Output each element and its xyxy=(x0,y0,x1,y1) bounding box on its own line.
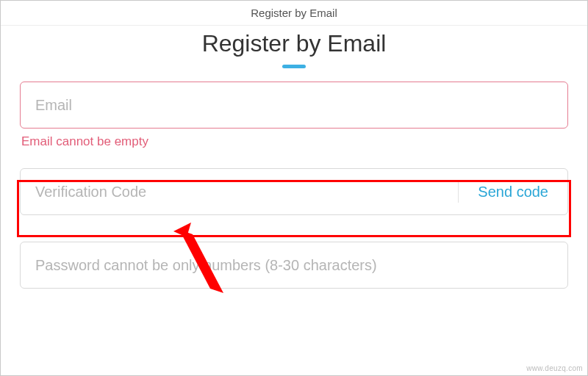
accent-underline xyxy=(282,65,306,68)
password-field[interactable] xyxy=(20,242,568,289)
top-bar-title: Register by Email xyxy=(1,1,587,26)
watermark-text: www.deuzq.com xyxy=(526,364,583,372)
divider xyxy=(458,181,459,203)
page-heading: Register by Email xyxy=(1,30,587,57)
email-input[interactable] xyxy=(35,97,553,114)
send-code-button[interactable]: Send code xyxy=(465,184,553,200)
password-input[interactable] xyxy=(35,257,553,274)
app-frame: Register by Email Register by Email Emai… xyxy=(0,0,588,376)
email-field[interactable] xyxy=(20,82,568,129)
verification-code-field[interactable]: Send code xyxy=(20,168,568,215)
verification-code-input[interactable] xyxy=(35,184,452,200)
register-form: Email cannot be empty Send code xyxy=(1,82,587,289)
email-error-message: Email cannot be empty xyxy=(21,134,567,149)
